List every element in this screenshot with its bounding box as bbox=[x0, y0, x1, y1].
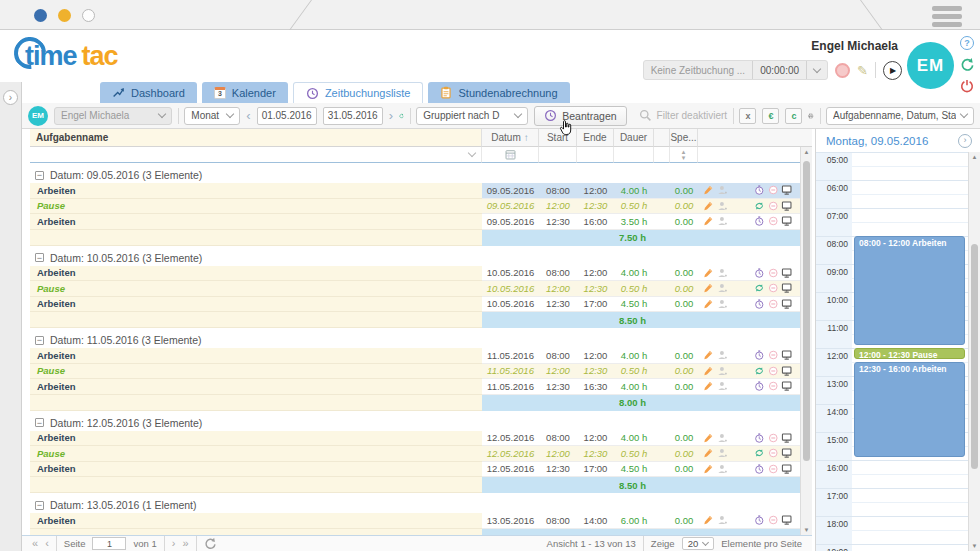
monitor-icon[interactable] bbox=[781, 298, 792, 310]
column-header-aufgabenname[interactable]: Aufgabenname bbox=[30, 129, 482, 147]
hour-slot[interactable] bbox=[852, 545, 968, 551]
scroll-up-icon[interactable]: ▲ bbox=[801, 147, 812, 157]
delete-row-icon[interactable] bbox=[768, 432, 779, 444]
group-by-select[interactable]: Gruppiert nach D bbox=[416, 107, 528, 125]
edit-row-icon[interactable] bbox=[703, 282, 714, 294]
column-header-spesen[interactable]: Spe... bbox=[670, 129, 698, 147]
edit-row-icon[interactable] bbox=[703, 380, 714, 392]
monitor-icon[interactable] bbox=[781, 514, 792, 526]
export-excel-button[interactable]: x bbox=[739, 108, 756, 124]
edit-row-icon[interactable] bbox=[703, 514, 714, 526]
delete-row-icon[interactable] bbox=[768, 298, 779, 310]
group-header[interactable]: − Datum: 11.05.2016 (3 Elemente) bbox=[30, 332, 812, 348]
booking-row[interactable]: Arbeiten 09.05.2016 12:30 16:00 3.50 h 0… bbox=[30, 214, 812, 230]
assign-user-icon[interactable] bbox=[717, 432, 728, 444]
calendar-scrollbar[interactable]: ▲ ▼ bbox=[968, 152, 980, 551]
booking-row[interactable]: Arbeiten 12.05.2016 12:30 17:00 4.50 h 0… bbox=[30, 462, 812, 478]
sync-icon[interactable] bbox=[754, 447, 765, 459]
monitor-icon[interactable] bbox=[781, 215, 792, 227]
edit-row-icon[interactable] bbox=[703, 184, 714, 196]
logout-power-icon[interactable] bbox=[960, 79, 974, 93]
calendar-hour-row[interactable]: 17:00 bbox=[816, 488, 968, 516]
ende-filter-input[interactable] bbox=[577, 147, 614, 163]
sync-icon[interactable] bbox=[754, 365, 765, 377]
timer-dropdown-chevron-icon[interactable] bbox=[806, 61, 827, 79]
delete-row-icon[interactable] bbox=[768, 463, 779, 475]
date-from-input[interactable]: 01.05.2016 bbox=[257, 107, 317, 125]
collapse-group-icon[interactable]: − bbox=[35, 418, 44, 427]
user-select[interactable]: Engel Michaela bbox=[54, 107, 172, 125]
calendar-event[interactable]: 12:30 - 16:00 Arbeiten bbox=[854, 362, 965, 457]
group-header[interactable]: − Datum: 09.05.2016 (3 Elemente) bbox=[30, 167, 812, 183]
browser-menu-icon[interactable] bbox=[932, 6, 962, 30]
tab-kalender[interactable]: 3 Kalender bbox=[202, 82, 288, 103]
assign-user-icon[interactable] bbox=[717, 298, 728, 310]
stopwatch-icon[interactable] bbox=[754, 349, 765, 361]
booking-row[interactable]: Arbeiten 11.05.2016 12:30 16:30 4.00 h 0… bbox=[30, 379, 812, 395]
calendar-hour-row[interactable]: 06:00 bbox=[816, 180, 968, 208]
task-filter-input[interactable] bbox=[30, 147, 482, 163]
delete-row-icon[interactable] bbox=[768, 349, 779, 361]
monitor-icon[interactable] bbox=[781, 463, 792, 475]
scroll-down-icon[interactable]: ▼ bbox=[801, 525, 812, 535]
window-close-button[interactable] bbox=[34, 9, 47, 22]
edit-row-icon[interactable] bbox=[703, 447, 714, 459]
delete-row-icon[interactable] bbox=[768, 365, 779, 377]
hour-slot[interactable] bbox=[852, 489, 968, 516]
reload-icon[interactable] bbox=[960, 57, 975, 72]
spesen-filter-spinner[interactable]: ▴▾ bbox=[670, 147, 698, 163]
calendar-hour-row[interactable]: 07:00 bbox=[816, 208, 968, 236]
period-select[interactable]: Monat bbox=[184, 107, 240, 125]
edit-row-icon[interactable] bbox=[703, 365, 714, 377]
edit-row-icon[interactable] bbox=[703, 200, 714, 212]
booking-row[interactable]: Pause 09.05.2016 12:00 12:30 0.50 h 0.00 bbox=[30, 199, 812, 215]
monitor-icon[interactable] bbox=[781, 282, 792, 294]
filter-status[interactable]: Filter deaktiviert bbox=[639, 109, 728, 122]
edit-row-icon[interactable] bbox=[703, 432, 714, 444]
sync-icon[interactable] bbox=[754, 282, 765, 294]
booking-row[interactable]: Arbeiten 13.05.2016 08:00 14:00 6.00 h 0… bbox=[30, 513, 812, 529]
dauer-filter-input[interactable] bbox=[614, 147, 654, 163]
hour-slot[interactable] bbox=[852, 181, 968, 208]
scrollbar-thumb[interactable] bbox=[803, 161, 810, 461]
booking-row[interactable]: Arbeiten 10.05.2016 12:30 17:00 4.50 h 0… bbox=[30, 297, 812, 313]
booking-row[interactable]: Arbeiten 10.05.2016 08:00 12:00 4.00 h 0… bbox=[30, 266, 812, 282]
group-header[interactable]: − Datum: 12.05.2016 (3 Elemente) bbox=[30, 415, 812, 431]
stopwatch-icon[interactable] bbox=[754, 432, 765, 444]
refresh-icon[interactable] bbox=[399, 108, 404, 124]
sync-icon[interactable] bbox=[754, 200, 765, 212]
group-header[interactable]: − Datum: 10.05.2016 (3 Elemente) bbox=[30, 250, 812, 266]
monitor-icon[interactable] bbox=[781, 184, 792, 196]
edit-booking-icon[interactable]: ✎ bbox=[857, 63, 868, 78]
hour-slot[interactable] bbox=[852, 153, 968, 180]
reload-table-icon[interactable] bbox=[204, 537, 217, 550]
group-header[interactable]: − Datum: 13.05.2016 (1 Element) bbox=[30, 497, 812, 513]
column-header-datum[interactable]: Datum↑ bbox=[482, 129, 539, 147]
export-csv-button[interactable]: c bbox=[785, 108, 802, 124]
monitor-icon[interactable] bbox=[781, 365, 792, 377]
edit-row-icon[interactable] bbox=[703, 463, 714, 475]
date-filter-input[interactable] bbox=[482, 147, 539, 163]
assign-user-icon[interactable] bbox=[717, 267, 728, 279]
assign-user-icon[interactable] bbox=[717, 380, 728, 392]
calendar-day-title[interactable]: Montag, 09.05.2016 bbox=[826, 135, 928, 147]
next-page-icon[interactable]: › bbox=[172, 538, 176, 549]
delete-row-icon[interactable] bbox=[768, 514, 779, 526]
stop-recording-icon[interactable] bbox=[835, 63, 850, 78]
stopwatch-icon[interactable] bbox=[754, 267, 765, 279]
calendar-grid[interactable]: 05:00 06:00 07:00 08:00 09:00 10:00 11:0… bbox=[816, 152, 968, 551]
assign-user-icon[interactable] bbox=[717, 447, 728, 459]
collapse-group-icon[interactable]: − bbox=[35, 501, 44, 510]
hour-slot[interactable] bbox=[852, 517, 968, 544]
edit-row-icon[interactable] bbox=[703, 298, 714, 310]
start-recording-button[interactable]: ▶ bbox=[883, 61, 902, 80]
column-header-dauer[interactable]: Dauer bbox=[614, 129, 654, 147]
scrollbar-thumb[interactable] bbox=[971, 244, 978, 469]
booking-row[interactable]: Pause 10.05.2016 12:00 12:30 0.50 h 0.00 bbox=[30, 281, 812, 297]
start-filter-input[interactable] bbox=[539, 147, 577, 163]
delete-row-icon[interactable] bbox=[768, 380, 779, 392]
beantragen-button[interactable]: Beantragen bbox=[534, 106, 626, 126]
last-page-icon[interactable]: » bbox=[182, 538, 188, 549]
scroll-up-icon[interactable]: ▲ bbox=[969, 152, 980, 162]
calendar-event[interactable]: 12:00 - 12:30 Pause bbox=[854, 348, 965, 359]
